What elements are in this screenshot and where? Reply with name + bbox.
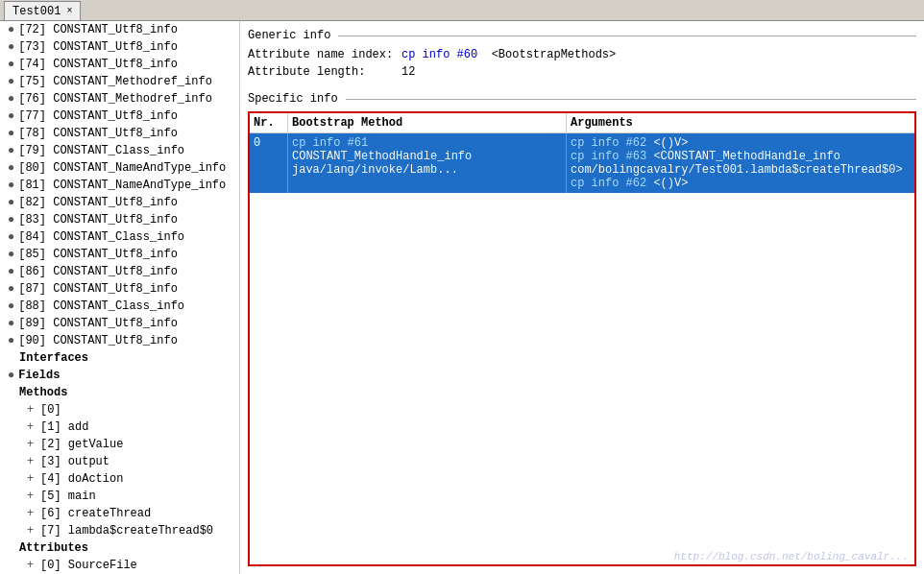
tree-item-interfaces[interactable]: Interfaces (0, 349, 239, 367)
tree-item-item-89[interactable]: ● [89] CONSTANT_Utf8_info (0, 315, 239, 332)
cp-info-62-link-1[interactable]: cp info #62 (571, 136, 646, 150)
tree-item-label: [77] CONSTANT_Utf8_info (18, 108, 178, 124)
tree-item-label: [4] doAction (40, 471, 123, 487)
tab-label: Test001 (12, 5, 61, 18)
tree-item-label: Attributes (19, 540, 88, 556)
table-body: 0 cp info #61 CONSTANT_MethodHandle_info… (250, 133, 914, 564)
tree-item-label: [74] CONSTANT_Utf8_info (18, 57, 178, 72)
tree-item-item-75[interactable]: ● [75] CONSTANT_Methodref_info (0, 73, 239, 90)
row-method-detail: CONSTANT_MethodHandle_info java/lang/inv… (292, 150, 562, 177)
tree-item-label: [87] CONSTANT_Utf8_info (18, 281, 178, 297)
tree-item-label: [76] CONSTANT_Methodref_info (18, 91, 212, 107)
cp-info-60-link[interactable]: cp info #60 (401, 48, 477, 61)
expand-icon[interactable]: + (27, 506, 38, 521)
tree-item-item-81[interactable]: ● [81] CONSTANT_NameAndType_info (0, 177, 239, 194)
tree-item-label: [81] CONSTANT_NameAndType_info (18, 178, 226, 193)
expand-icon[interactable]: + (27, 558, 38, 573)
tree-item-item-87[interactable]: ● [87] CONSTANT_Utf8_info (0, 280, 239, 298)
tree-item-label: [78] CONSTANT_Utf8_info (18, 126, 178, 141)
tree-item-label: [7] lambda$createThread$0 (40, 523, 213, 538)
right-detail-panel: Generic info Attribute name index: cp in… (240, 21, 924, 574)
tree-item-label: Methods (19, 385, 67, 400)
attribute-name-row: Attribute name index: cp info #60 <Boots… (248, 48, 916, 61)
tab-test001[interactable]: Test001 × (4, 1, 81, 20)
expand-icon[interactable]: + (27, 437, 38, 452)
tab-close-button[interactable]: × (66, 6, 72, 16)
row-args: cp info #62 <()V> cp info #63 <CONSTANT_… (567, 133, 914, 193)
tree-item-item-85[interactable]: ● [85] CONSTANT_Utf8_info (0, 246, 239, 263)
tree-item-method-7[interactable]: +[7] lambda$createThread$0 (0, 522, 239, 539)
tree-item-attr-0[interactable]: +[0] SourceFile (0, 557, 239, 574)
cp-info-61-link[interactable]: cp info #61 (292, 136, 368, 150)
expand-icon[interactable]: + (27, 419, 38, 435)
tree-item-item-76[interactable]: ● [76] CONSTANT_Methodref_info (0, 90, 239, 108)
attribute-name-value: cp info #60 <BootstrapMethods> (401, 48, 616, 61)
tree-item-label: [82] CONSTANT_Utf8_info (18, 195, 178, 210)
row-nr: 0 (250, 133, 288, 193)
tree-item-item-82[interactable]: ● [82] CONSTANT_Utf8_info (0, 194, 239, 211)
tree-item-label: [84] CONSTANT_Class_info (18, 229, 184, 245)
expand-icon[interactable]: + (27, 402, 38, 418)
table-row[interactable]: 0 cp info #61 CONSTANT_MethodHandle_info… (250, 133, 914, 193)
tree-item-method-2[interactable]: +[2] getValue (0, 436, 239, 453)
tree-item-attributes[interactable]: Attributes (0, 539, 239, 557)
tree-item-item-88[interactable]: ● [88] CONSTANT_Class_info (0, 298, 239, 315)
tree-item-item-86[interactable]: ● [86] CONSTANT_Utf8_info (0, 263, 239, 280)
tree-item-item-78[interactable]: ● [78] CONSTANT_Utf8_info (0, 125, 239, 142)
tree-item-item-79[interactable]: ● [79] CONSTANT_Class_info (0, 142, 239, 159)
tree-item-item-74[interactable]: ● [74] CONSTANT_Utf8_info (0, 56, 239, 73)
expand-icon[interactable]: + (27, 471, 38, 487)
tree-item-label: [86] CONSTANT_Utf8_info (18, 264, 178, 279)
col-header-args: Arguments (567, 113, 914, 132)
tree-item-label: [89] CONSTANT_Utf8_info (18, 316, 178, 331)
tree-item-item-90[interactable]: ● [90] CONSTANT_Utf8_info (0, 332, 239, 349)
tree-item-item-84[interactable]: ● [84] CONSTANT_Class_info (0, 228, 239, 246)
tree-item-label: [83] CONSTANT_Utf8_info (18, 212, 178, 227)
tree-item-item-83[interactable]: ● [83] CONSTANT_Utf8_info (0, 211, 239, 228)
expand-icon[interactable]: + (27, 523, 38, 538)
tree-item-method-0[interactable]: +[0] (0, 401, 239, 419)
tree-item-fields[interactable]: ● Fields (0, 367, 239, 384)
attribute-length-row: Attribute length: 12 (248, 65, 916, 79)
cp-info-62-link-2[interactable]: cp info #62 (571, 177, 646, 190)
tree-item-label: [2] getValue (40, 437, 123, 452)
watermark-text: http://blog.csdn.net/boling_cavalr... (674, 551, 909, 562)
tree-item-label: [80] CONSTANT_NameAndType_info (18, 160, 226, 176)
tree-item-label: [88] CONSTANT_Class_info (18, 299, 184, 314)
row-method: cp info #61 CONSTANT_MethodHandle_info j… (288, 133, 567, 193)
tree-item-method-5[interactable]: +[5] main (0, 488, 239, 505)
tree-item-methods[interactable]: Methods (0, 384, 239, 401)
tree-item-method-4[interactable]: +[4] doAction (0, 470, 239, 488)
col-header-nr: Nr. (250, 113, 288, 132)
tree-item-label: [79] CONSTANT_Class_info (18, 143, 184, 158)
tree-item-label: [73] CONSTANT_Utf8_info (18, 39, 178, 55)
specific-info-heading: Specific info (248, 92, 916, 106)
tree-item-method-1[interactable]: +[1] add (0, 419, 239, 436)
attribute-length-value: 12 (401, 65, 415, 79)
tree-item-label: [5] main (40, 489, 96, 504)
col-header-method: Bootstrap Method (288, 113, 567, 132)
tree-item-item-73[interactable]: ● [73] CONSTANT_Utf8_info (0, 38, 239, 56)
tree-item-label: Fields (18, 368, 60, 383)
tree-item-method-3[interactable]: +[3] output (0, 453, 239, 470)
tree-item-label: [0] SourceFile (40, 558, 137, 573)
tree-item-label: [75] CONSTANT_Methodref_info (18, 74, 212, 89)
tree-item-label: [90] CONSTANT_Utf8_info (18, 333, 178, 348)
bootstrap-methods-table: Nr. Bootstrap Method Arguments 0 cp info… (248, 111, 916, 566)
tree-item-label: [72] CONSTANT_Utf8_info (18, 22, 178, 37)
tree-item-item-72[interactable]: ● [72] CONSTANT_Utf8_info (0, 21, 239, 38)
attribute-length-label: Attribute length: (248, 65, 401, 79)
tree-item-label: [0] (40, 402, 61, 418)
tree-item-method-6[interactable]: +[6] createThread (0, 505, 239, 522)
tree-item-label: Interfaces (19, 350, 88, 366)
tree-container: ● [72] CONSTANT_Utf8_info● [73] CONSTANT… (0, 21, 239, 574)
table-header: Nr. Bootstrap Method Arguments (250, 113, 914, 133)
tree-item-item-77[interactable]: ● [77] CONSTANT_Utf8_info (0, 108, 239, 125)
tree-item-item-80[interactable]: ● [80] CONSTANT_NameAndType_info (0, 159, 239, 177)
cp-info-63-link[interactable]: cp info #63 (571, 150, 646, 163)
tree-item-label: [6] createThread (40, 506, 151, 521)
expand-icon[interactable]: + (27, 489, 38, 504)
expand-icon[interactable]: + (27, 454, 38, 469)
tree-item-label: [1] add (40, 419, 88, 435)
left-tree-panel: ● [72] CONSTANT_Utf8_info● [73] CONSTANT… (0, 21, 240, 574)
